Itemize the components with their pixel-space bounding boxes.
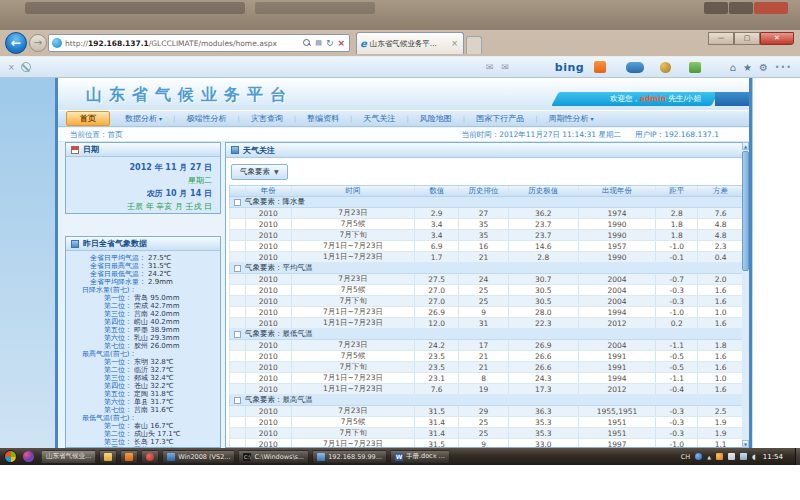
url-host: 192.168.137.1 — [88, 39, 149, 48]
table-cell: 23.1 — [415, 373, 459, 383]
search-icon[interactable] — [303, 39, 311, 47]
browser-tab[interactable]: e 山东省气候业务平... × — [356, 32, 464, 54]
menu-item-8[interactable]: 国家下行产品 — [465, 111, 535, 126]
start-button[interactable] — [4, 450, 17, 463]
scrollbar-thumb[interactable] — [742, 151, 749, 271]
page-scrollbar[interactable]: ▲ ▼ — [742, 142, 749, 448]
menu-item-6[interactable]: 天气关注 — [352, 111, 406, 126]
taskbar-button-rdp[interactable]: 192.168.59.99... — [312, 450, 387, 463]
compatibility-view-icon[interactable]: ▤ — [315, 39, 322, 47]
minimize-button[interactable]: — — [708, 32, 734, 45]
taskbar-button-word[interactable]: W手册.docx ... — [390, 450, 450, 463]
taskbar-button-app-orange[interactable] — [120, 450, 138, 463]
new-tab-button[interactable] — [466, 36, 482, 54]
summary-line: 全省日最高气温：31.5℃ — [68, 262, 218, 270]
menu-item-9[interactable]: 周期性分析▾ — [538, 111, 605, 126]
send-mail-icon[interactable]: ✉ — [501, 62, 509, 72]
taskbar-button-ie[interactable]: e山东省气候业... — [41, 450, 96, 463]
network-icon[interactable] — [740, 453, 747, 460]
table-cell: 35.3 — [509, 428, 579, 438]
action-center-flag-icon[interactable] — [728, 453, 735, 460]
table-cell: 35.3 — [509, 417, 579, 427]
table-cell: 24 — [459, 274, 509, 284]
tools-gear-icon[interactable]: ⚙ — [759, 62, 768, 73]
window-controls: — ▢ ✕ — [708, 32, 794, 45]
refresh-icon[interactable]: ↻ — [326, 38, 334, 48]
table-group-row[interactable]: 气象要素：降水量 — [229, 197, 744, 208]
taskbar-clock[interactable]: 11:54 — [763, 453, 783, 461]
menu-item-4[interactable]: 灾害查询 — [240, 111, 294, 126]
blocked-icon — [21, 62, 31, 72]
table-cell: 2010 — [246, 307, 292, 317]
table-cell: 2010 — [246, 351, 292, 361]
menu-item-5[interactable]: 整编资料 — [296, 111, 350, 126]
table-cell: 1.0 — [698, 307, 743, 317]
rank-label: 第四位： — [68, 318, 132, 326]
close-button[interactable]: ✕ — [760, 32, 794, 45]
scroll-up-arrow[interactable]: ▲ — [742, 142, 749, 150]
url-scheme: http:// — [65, 39, 88, 48]
table-cell: -0.4 — [656, 384, 698, 394]
language-indicator[interactable]: CH — [681, 453, 690, 461]
taskbar-button-app-red[interactable] — [141, 450, 159, 463]
rank-label: 第三位： — [68, 374, 132, 382]
table-cell: 2010 — [246, 362, 292, 372]
tray-blue-icon[interactable] — [695, 453, 702, 460]
green-addon-icon[interactable] — [689, 62, 701, 73]
table-cell: -1.0 — [656, 307, 698, 317]
group-checkbox[interactable] — [234, 331, 241, 338]
scroll-down-arrow[interactable]: ▼ — [742, 440, 749, 448]
home-icon[interactable]: ⌂ — [730, 62, 736, 73]
element-dropdown-button[interactable]: 气象要素▼ — [231, 164, 288, 180]
table-cell: 1.6 — [698, 384, 743, 394]
toolbar-close-icon[interactable]: × — [8, 63, 15, 72]
column-header: 年份 — [246, 186, 292, 196]
tab-close-icon[interactable]: × — [449, 39, 460, 48]
orange-app-icon[interactable] — [594, 61, 606, 73]
maximize-button[interactable]: ▢ — [734, 32, 760, 45]
menu-item-7[interactable]: 风险地图 — [409, 111, 463, 126]
table-cell: 7月5候 — [292, 351, 416, 361]
breadcrumb: 当前位置：首页 — [58, 130, 123, 140]
volume-icon[interactable]: ◖ — [752, 453, 756, 461]
table-cell: 26.6 — [509, 351, 579, 361]
show-desktop-button[interactable] — [795, 448, 800, 465]
table-cell: 14.6 — [509, 241, 579, 251]
table-cell: 7月下旬 — [292, 362, 416, 372]
menu-item-3[interactable]: 极端性分析 — [175, 111, 237, 126]
blue-addon-icon[interactable] — [626, 62, 644, 73]
table-cell: 27 — [459, 208, 509, 218]
address-bar[interactable]: http://192.168.137.1/GLCCLIMATE/modules/… — [48, 34, 350, 52]
mail-icon[interactable]: ✉ — [486, 62, 494, 72]
stop-icon[interactable]: × — [337, 38, 345, 48]
taskbar-button-vm[interactable]: Win2008 (VS2... — [162, 450, 235, 463]
rank-value: 郯城 32.4℃ — [132, 374, 174, 382]
hidden-icons-arrow[interactable]: ▲ — [707, 454, 711, 460]
group-checkbox[interactable] — [234, 199, 241, 206]
gold-addon-icon[interactable] — [660, 62, 671, 73]
ranking-section-title: 最低气温(前七)： — [68, 414, 218, 422]
menu-item-1[interactable]: 首页 — [66, 111, 110, 126]
table-group-row[interactable]: 气象要素：最低气温 — [229, 329, 744, 340]
table-group-row[interactable]: 气象要素：平均气温 — [229, 263, 744, 274]
tray-app-icon[interactable] — [23, 451, 34, 462]
favorites-star-icon[interactable]: ★ — [743, 62, 752, 73]
taskbar-button-folder[interactable] — [99, 450, 117, 463]
taskbar-button-cmd[interactable]: C:\C:\Windows\s... — [238, 450, 309, 463]
row-spacer — [230, 285, 246, 295]
table-group-row[interactable]: 气象要素：最高气温 — [229, 395, 744, 406]
forward-button[interactable]: → — [29, 34, 47, 52]
yesterday-weather-panel: 昨日全省气象数据 全省日平均气温：27.5℃全省日最高气温：31.5℃全省日最低… — [65, 236, 221, 448]
taskbar-button-label: 手册.docx ... — [406, 452, 445, 461]
table-cell: 1月1日~7月23日 — [292, 318, 416, 328]
tray-orange-icon[interactable] — [716, 453, 723, 460]
group-checkbox[interactable] — [234, 397, 241, 404]
table-cell: 4.8 — [698, 230, 743, 240]
back-button[interactable]: ← — [5, 32, 27, 54]
column-header: 时间 — [292, 186, 416, 196]
more-options-icon[interactable]: ••• — [775, 63, 792, 72]
menu-item-2[interactable]: 数据分析▾ — [114, 111, 173, 126]
ranking-line: 第一位：泰山 16.7℃ — [68, 422, 218, 430]
group-checkbox[interactable] — [234, 265, 241, 272]
row-spacer — [230, 274, 246, 284]
